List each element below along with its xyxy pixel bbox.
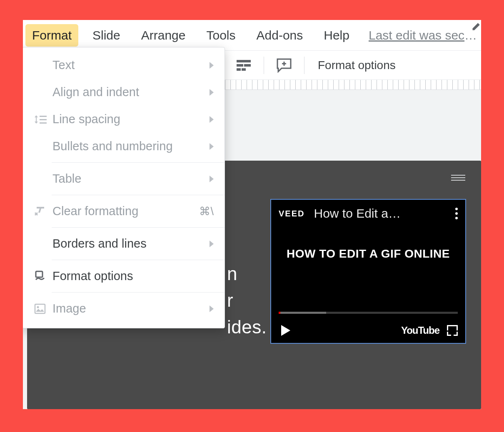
svg-rect-2 bbox=[244, 64, 251, 67]
chevron-right-icon bbox=[210, 143, 214, 150]
svg-rect-5 bbox=[40, 116, 47, 117]
menu-help[interactable]: Help bbox=[317, 24, 356, 47]
svg-rect-0 bbox=[237, 60, 251, 62]
play-icon[interactable] bbox=[281, 325, 290, 336]
menu-item-borders-lines[interactable]: Borders and lines bbox=[23, 230, 225, 257]
last-edit-link[interactable]: Last edit was seconds a… bbox=[369, 28, 479, 42]
image-icon bbox=[34, 303, 52, 314]
menu-separator bbox=[52, 195, 225, 195]
shortcut-text: ⌘\ bbox=[199, 205, 214, 218]
youtube-logo[interactable]: YouTube bbox=[401, 325, 439, 336]
video-brand-logo: VEED bbox=[279, 209, 304, 218]
format-dropdown: Text Align and indent Line spacing Bulle… bbox=[23, 47, 225, 328]
drag-handle-icon[interactable] bbox=[451, 175, 465, 181]
slide-body-text: n r ides. bbox=[227, 261, 267, 340]
video-controls: YouTube bbox=[271, 318, 465, 343]
menu-item-line-spacing[interactable]: Line spacing bbox=[23, 106, 225, 133]
app-window: Format Slide Arrange Tools Add-ons Help … bbox=[23, 20, 481, 409]
svg-rect-1 bbox=[237, 64, 243, 67]
menu-item-format-options[interactable]: Format options bbox=[23, 263, 225, 290]
table-icon[interactable] bbox=[235, 57, 252, 74]
svg-rect-3 bbox=[237, 68, 241, 71]
menu-separator bbox=[52, 260, 225, 260]
chevron-right-icon bbox=[210, 176, 214, 182]
svg-rect-6 bbox=[40, 119, 47, 120]
menu-separator bbox=[52, 227, 225, 228]
chevron-right-icon bbox=[210, 305, 214, 312]
more-vert-icon[interactable] bbox=[455, 208, 458, 219]
chevron-right-icon bbox=[210, 62, 214, 69]
toolbar-divider bbox=[264, 57, 264, 74]
svg-rect-4 bbox=[242, 68, 246, 71]
svg-rect-8 bbox=[36, 271, 42, 277]
menu-item-clear-formatting[interactable]: Clear formatting ⌘\ bbox=[23, 198, 225, 225]
chevron-right-icon bbox=[210, 241, 214, 247]
svg-rect-7 bbox=[40, 122, 47, 124]
menu-format[interactable]: Format bbox=[25, 24, 78, 47]
format-options-icon bbox=[34, 271, 52, 282]
menu-separator bbox=[52, 162, 225, 163]
clear-format-icon bbox=[34, 206, 52, 217]
menu-separator bbox=[52, 292, 225, 293]
toolbar-divider bbox=[304, 57, 304, 74]
menu-slide[interactable]: Slide bbox=[86, 24, 127, 47]
svg-rect-9 bbox=[35, 304, 45, 313]
menu-item-table[interactable]: Table bbox=[23, 165, 225, 192]
video-title: How to Edit a… bbox=[314, 206, 446, 221]
comment-add-icon[interactable] bbox=[276, 57, 292, 74]
edit-pencil-icon bbox=[471, 20, 481, 32]
menu-addons[interactable]: Add-ons bbox=[250, 24, 310, 47]
menu-item-text[interactable]: Text bbox=[23, 52, 225, 79]
format-options-toolbar-button[interactable]: Format options bbox=[318, 59, 396, 72]
video-embed[interactable]: VEED How to Edit a… HOW TO EDIT A GIF ON… bbox=[270, 199, 466, 344]
menu-arrange[interactable]: Arrange bbox=[135, 24, 192, 47]
chevron-right-icon bbox=[210, 89, 214, 96]
svg-point-10 bbox=[37, 306, 39, 308]
menu-item-align-indent[interactable]: Align and indent bbox=[23, 79, 225, 106]
menu-item-image[interactable]: Image bbox=[23, 295, 225, 322]
menubar: Format Slide Arrange Tools Add-ons Help … bbox=[23, 20, 481, 51]
video-header: VEED How to Edit a… bbox=[271, 200, 465, 227]
chevron-right-icon bbox=[210, 116, 214, 123]
menu-tools[interactable]: Tools bbox=[200, 24, 242, 47]
video-progress[interactable] bbox=[279, 312, 458, 314]
menu-item-bullets[interactable]: Bullets and numbering bbox=[23, 133, 225, 160]
fullscreen-icon[interactable] bbox=[447, 325, 458, 336]
line-spacing-icon bbox=[34, 114, 52, 125]
video-body-text: HOW TO EDIT A GIF ONLINE bbox=[271, 247, 465, 261]
